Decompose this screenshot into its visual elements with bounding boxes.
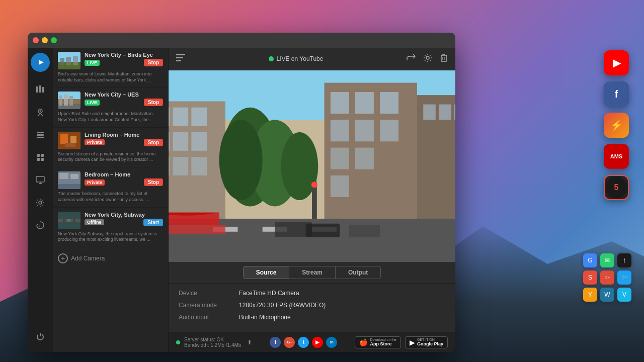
svg-rect-71	[454, 105, 455, 120]
svg-rect-44	[176, 60, 181, 61]
stop-button-nyc-birds[interactable]: Stop	[144, 59, 163, 66]
svg-rect-66	[355, 148, 374, 169]
gear-icon[interactable]	[423, 53, 432, 65]
camera-item-living[interactable]: Living Room – Home Private Stop Secured …	[53, 128, 168, 167]
stumble-small-icon[interactable]: S	[583, 270, 597, 285]
thunder-icon[interactable]: ⚡	[604, 113, 629, 138]
svg-rect-20	[60, 58, 64, 65]
location-icon[interactable]	[30, 102, 50, 122]
stop-button-nyc-ues[interactable]: Stop	[144, 99, 163, 106]
svg-rect-10	[37, 154, 40, 157]
maximize-button[interactable]	[51, 37, 57, 43]
google-small-icon[interactable]: G	[583, 253, 597, 267]
app-store-top-label: Download on the	[370, 338, 396, 341]
svg-point-6	[40, 111, 41, 112]
svg-rect-50	[173, 108, 188, 126]
camera-list: New York City – Birds Eye LIVE Stop Bird…	[53, 48, 169, 352]
camera-desc-bedroom: The master bedroom, connected to my list…	[58, 191, 163, 203]
logo-icon[interactable]	[31, 53, 50, 72]
google-play-icon: ▶	[410, 338, 415, 346]
menu-icon[interactable]	[176, 54, 185, 63]
twitter-social-icon[interactable]: t	[298, 337, 309, 348]
svg-rect-49	[169, 108, 170, 126]
video-preview	[169, 70, 455, 262]
svg-rect-2	[36, 86, 38, 93]
main-window: +	[28, 33, 455, 352]
camera-item-nyc-birds[interactable]: New York City – Birds Eye LIVE Stop Bird…	[53, 48, 168, 87]
ams-icon[interactable]: AMS	[604, 144, 629, 169]
camera-item-subway[interactable]: New York City, Subway Offline Start New …	[53, 208, 168, 247]
svg-rect-22	[73, 56, 78, 65]
small-app-icons: G ✉ t S G+ 🐦 Y W V	[583, 253, 631, 302]
svg-rect-63	[355, 120, 374, 141]
svg-rect-84	[349, 225, 380, 237]
sidebar-icons: +	[28, 48, 53, 352]
add-camera-button[interactable]: + Add Camera	[53, 247, 168, 269]
svg-rect-12	[37, 158, 40, 161]
minimize-button[interactable]	[42, 37, 48, 43]
youtube-social-icon[interactable]: ▶	[312, 337, 323, 348]
status-badge-nyc-ues: LIVE	[85, 100, 100, 106]
update-icon[interactable]: +	[30, 215, 50, 235]
camera-desc-subway: New York City Subway, the rapid transit …	[58, 231, 163, 243]
app-store-badge[interactable]: 🍎 Download on the App Store	[355, 336, 401, 348]
stop-button-bedroom[interactable]: Stop	[144, 178, 163, 186]
google-play-name-label: Google Play	[417, 341, 443, 346]
facebook-icon[interactable]: f	[604, 81, 629, 107]
map-icon[interactable]	[30, 79, 50, 100]
camera-mode-row: Camera mode 644x362 30 FPS (RAWVIDEO)	[179, 302, 445, 309]
camera-name-subway: New York City, Subway	[85, 212, 163, 218]
device-row: Device FaceTime HD Camera	[179, 290, 445, 297]
traffic-lights	[33, 37, 57, 43]
list-icon[interactable]	[30, 125, 50, 145]
facebook-social-icon[interactable]: f	[270, 337, 281, 348]
google-plus-social-icon[interactable]: G+	[284, 337, 295, 348]
tab-source[interactable]: Source	[243, 266, 290, 279]
svg-point-41	[67, 219, 70, 222]
wordpress-small-icon[interactable]: W	[600, 288, 614, 302]
camera-mode-label: Camera mode	[179, 302, 239, 309]
add-icon: +	[58, 253, 68, 263]
svg-point-74	[219, 120, 263, 200]
twitter-small-icon[interactable]: 🐦	[617, 270, 631, 285]
svg-rect-28	[69, 96, 73, 106]
status-badge-nyc-birds: LIVE	[85, 60, 100, 66]
svg-rect-36	[58, 184, 80, 189]
svg-rect-67	[331, 175, 349, 197]
gplus-small-icon[interactable]: G+	[600, 270, 614, 285]
svg-rect-13	[41, 158, 44, 161]
stop-button-living[interactable]: Stop	[144, 139, 163, 146]
svg-rect-83	[306, 224, 340, 237]
message-small-icon[interactable]: ✉	[600, 253, 614, 267]
circle5-icon[interactable]: 5	[604, 175, 629, 200]
svg-text:+: +	[39, 224, 41, 227]
power-icon[interactable]	[30, 327, 50, 347]
youtube-icon[interactable]: ▶	[604, 50, 629, 75]
close-button[interactable]	[33, 37, 39, 43]
linkedin-social-icon[interactable]: in	[326, 337, 337, 348]
monitor-icon[interactable]	[30, 170, 50, 190]
settings-icon[interactable]	[30, 193, 50, 213]
share-icon[interactable]	[407, 53, 416, 65]
vimeo-small-icon[interactable]: V	[617, 288, 631, 302]
social-links: f G+ t ▶ in	[270, 337, 337, 348]
source-details: Device FaceTime HD Camera Camera mode 12…	[169, 284, 455, 332]
bandwidth-text: Bandwidth: 1.2Mb /1.4Mb	[184, 342, 241, 348]
status-badge-living: Private	[85, 139, 105, 145]
camera-desc-nyc-birds: Bird's-eye view of Lower Manhattan, zoom…	[58, 71, 163, 83]
tab-output[interactable]: Output	[336, 266, 381, 279]
svg-rect-7	[37, 132, 44, 133]
google-play-badge[interactable]: ▶ GET IT ON Google Play	[405, 336, 448, 348]
yahoo-small-icon[interactable]: Y	[583, 288, 597, 302]
tumblr-small-icon[interactable]: t	[617, 253, 631, 267]
svg-rect-59	[331, 92, 349, 114]
svg-rect-9	[37, 137, 44, 138]
camera-item-nyc-ues[interactable]: New York City – UES LIVE Stop Upper East…	[53, 87, 168, 127]
trash-icon[interactable]	[440, 53, 448, 65]
camera-item-bedroom[interactable]: Bedroom – Home Private Stop The master b…	[53, 167, 168, 207]
grid-icon[interactable]	[30, 147, 50, 167]
start-button-subway[interactable]: Start	[143, 219, 163, 226]
status-badge-bedroom: Private	[85, 179, 105, 186]
svg-rect-27	[64, 95, 68, 106]
tab-stream[interactable]: Stream	[289, 266, 336, 279]
